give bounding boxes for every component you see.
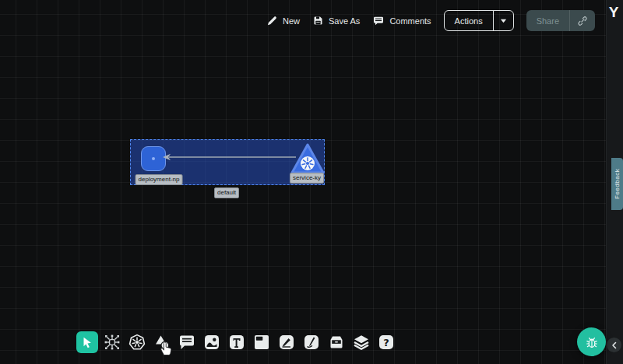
layers-icon bbox=[352, 333, 371, 352]
question-mark-icon: ? bbox=[377, 333, 396, 352]
pen-tool-button[interactable] bbox=[276, 331, 297, 353]
layers-tool-button[interactable] bbox=[350, 331, 372, 353]
image-icon bbox=[202, 333, 221, 352]
pencil-icon bbox=[302, 333, 321, 352]
feedback-tab[interactable]: Feedback bbox=[611, 158, 623, 210]
chevron-left-icon bbox=[611, 341, 618, 349]
bottom-toolbar: ? bbox=[76, 331, 397, 353]
app-logo[interactable]: Y bbox=[606, 4, 621, 21]
svg-text:?: ? bbox=[383, 337, 389, 348]
sticky-note-icon bbox=[252, 333, 271, 352]
node-label-deployment: deployment-np bbox=[136, 174, 183, 185]
connect-tool-button[interactable] bbox=[101, 331, 123, 353]
canvas[interactable]: deployment-np service-ky default bbox=[0, 0, 623, 364]
kubernetes-tool-button[interactable] bbox=[126, 331, 148, 353]
speech-bubble-icon bbox=[178, 333, 196, 352]
group-label: default bbox=[214, 187, 239, 198]
text-icon bbox=[227, 333, 246, 352]
image-tool-button[interactable] bbox=[201, 331, 223, 353]
collapse-panel-button[interactable] bbox=[607, 338, 621, 352]
anchor-dot bbox=[152, 157, 155, 160]
node-deployment[interactable] bbox=[141, 146, 166, 171]
comment-tool-button[interactable] bbox=[176, 331, 198, 353]
note-tool-button[interactable] bbox=[251, 331, 273, 353]
cursor-arrow-icon bbox=[80, 335, 94, 349]
kubernetes-wheel-icon bbox=[301, 156, 315, 170]
bug-icon bbox=[584, 334, 600, 350]
shapes-tool-button[interactable] bbox=[151, 331, 173, 353]
shapes-icon bbox=[153, 333, 171, 352]
node-label-service: service-ky bbox=[290, 173, 324, 184]
kubernetes-icon bbox=[128, 333, 146, 352]
pencil-tool-button[interactable] bbox=[301, 331, 322, 353]
help-tool-button[interactable]: ? bbox=[375, 331, 397, 353]
node-service[interactable] bbox=[289, 142, 326, 176]
archive-drawer-icon bbox=[327, 333, 346, 352]
select-tool-button[interactable] bbox=[76, 331, 98, 353]
pen-icon bbox=[277, 333, 296, 352]
archive-tool-button[interactable] bbox=[326, 331, 347, 353]
node-network-icon bbox=[103, 333, 121, 352]
text-tool-button[interactable] bbox=[226, 331, 248, 353]
report-bug-button[interactable] bbox=[577, 327, 606, 356]
